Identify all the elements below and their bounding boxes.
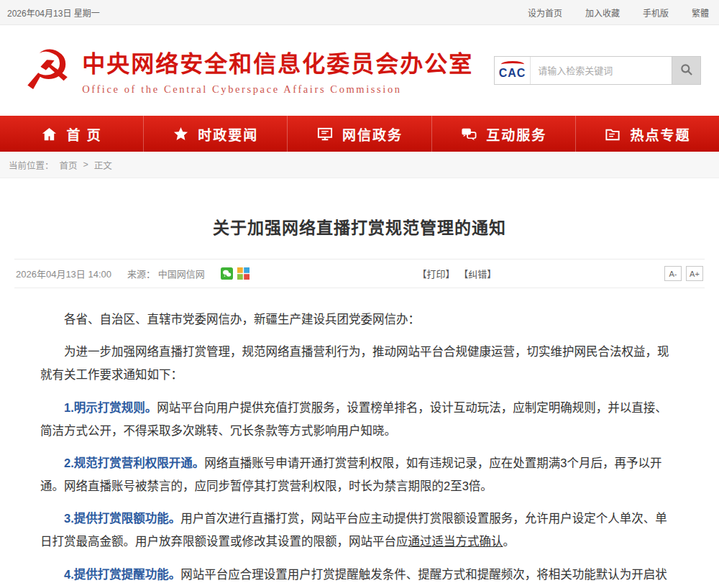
publish-datetime: 2026年04月13日 14:00 — [16, 267, 111, 280]
topbar-link-1[interactable]: 设为首页 — [528, 6, 562, 19]
magnifier-icon — [679, 63, 694, 79]
search-box: CAC — [494, 56, 701, 85]
cac-logo: CAC — [495, 57, 531, 84]
article-meta-row: 2026年04月13日 14:00 来源： 中国网信网 【打印】 【纠错】 A-… — [14, 259, 705, 288]
share-icons — [221, 267, 249, 280]
breadcrumb-label: 当前位置： — [9, 158, 54, 172]
text-segment-lead: 4.提供打赏提醒功能。 — [64, 568, 180, 581]
cac-logo-text: CAC — [499, 67, 526, 80]
font-size-controls: A- A+ — [664, 266, 703, 281]
text-segment-normal: 各省、自治区、直辖市党委网信办，新疆生产建设兵团党委网信办： — [64, 313, 420, 326]
nav-item-label: 时政要闻 — [198, 124, 258, 144]
article-meta-left: 2026年04月13日 14:00 来源： 中国网信网 — [16, 267, 249, 280]
topbar-links: 设为首页加入收藏手机版繁體 — [528, 6, 712, 19]
article-container: 关于加强网络直播打赏规范管理的通知 2026年04月13日 14:00 来源： … — [0, 178, 719, 588]
article-meta-actions: 【打印】 【纠错】 — [249, 267, 664, 280]
site-subtitle: Office of the Central Cyberspace Affairs… — [82, 83, 473, 96]
topbar-link-4[interactable]: 繁體 — [692, 6, 709, 19]
site-title-block: 中央网络安全和信息化委员会办公室 Office of the Central C… — [82, 45, 473, 96]
article-paragraph-6: 4.提供打赏提醒功能。网站平台应合理设置用户打赏提醒触发条件、提醒方式和提醒频次… — [40, 563, 679, 588]
nav-item-label: 网信政务 — [342, 124, 403, 144]
article-paragraph-5: 3.提供打赏限额功能。用户首次进行直播打赏，网站平台应主动提供打赏限额设置服务，… — [40, 507, 679, 553]
text-segment-lead: 1.明示打赏规则。 — [64, 401, 157, 414]
search-button[interactable] — [672, 57, 700, 84]
nav-item-label: 互动服务 — [486, 124, 546, 144]
source-label: 来源： — [127, 269, 155, 280]
text-segment-normal: 。 — [503, 535, 516, 548]
article-title: 关于加强网络直播打赏规范管理的通知 — [14, 214, 705, 239]
article-paragraph-1: 各省、自治区、直辖市党委网信办，新疆生产建设兵团党委网信办： — [40, 308, 679, 331]
wechat-share-icon[interactable] — [221, 267, 233, 280]
breadcrumb-current: 正文 — [94, 158, 112, 172]
article-paragraph-2: 为进一步加强网络直播打赏管理，规范网络直播营利行为，推动网站平台合规健康运营，切… — [40, 340, 679, 386]
topbar-link-3[interactable]: 手机版 — [643, 6, 669, 19]
article-paragraph-4: 2.规范打赏营利权限开通。网络直播账号申请开通打赏营利权限，如有违规记录，应在处… — [40, 451, 679, 497]
font-increase-button[interactable]: A+ — [686, 266, 703, 281]
topbar-link-2[interactable]: 加入收藏 — [585, 6, 620, 19]
breadcrumb-home-link[interactable]: 首页 — [60, 158, 78, 172]
nav-item-topics[interactable]: 热点专题 — [576, 116, 719, 152]
nav-item-news[interactable]: 时政要闻 — [144, 116, 288, 152]
star-icon — [173, 126, 189, 142]
nav-item-gov[interactable]: 网信政务 — [288, 116, 431, 152]
correct-button[interactable]: 【纠错】 — [459, 269, 496, 280]
nav-item-service[interactable]: 互动服务 — [432, 116, 576, 152]
folder-icon — [604, 126, 621, 142]
nav-item-label: 首 页 — [66, 124, 101, 144]
chat-icon — [460, 126, 477, 142]
font-decrease-button[interactable]: A- — [664, 266, 682, 281]
text-segment-lead: 3.提供打赏限额功能。 — [64, 512, 180, 525]
article-body: 各省、自治区、直辖市党委网信办，新疆生产建设兵团党委网信办：为进一步加强网络直播… — [14, 288, 705, 588]
article-source: 来源： 中国网信网 — [127, 267, 205, 280]
text-segment-underline: 通过适当方式确认 — [408, 535, 503, 548]
nav-item-home[interactable]: 首 页 — [0, 116, 144, 152]
site-title: 中央网络安全和信息化委员会办公室 — [82, 45, 473, 78]
current-date: 2026年04月13日 星期一 — [7, 6, 100, 19]
text-segment-normal: 为进一步加强网络直播打赏管理，规范网络直播营利行为，推动网站平台合规健康运营，切… — [40, 345, 669, 381]
source-name: 中国网信网 — [158, 269, 205, 280]
article-paragraph-3: 1.明示打赏规则。网站平台向用户提供充值打赏服务，设置榜单排名，设计互动玩法，应… — [40, 396, 679, 442]
more-share-icon[interactable] — [237, 267, 249, 280]
home-icon — [41, 126, 58, 142]
breadcrumb-separator: > — [83, 160, 88, 170]
site-header: ☭ 中央网络安全和信息化委员会办公室 Office of the Central… — [0, 25, 719, 116]
search-input[interactable] — [531, 57, 672, 84]
main-nav: 首 页时政要闻网信政务互动服务热点专题 — [0, 116, 719, 152]
top-utility-bar: 2026年04月13日 星期一 设为首页加入收藏手机版繁體 — [0, 0, 719, 25]
nav-item-label: 热点专题 — [630, 124, 690, 144]
monitor-icon — [316, 126, 334, 142]
print-button[interactable]: 【打印】 — [417, 269, 454, 280]
breadcrumb: 当前位置： 首页 > 正文 — [0, 152, 719, 178]
text-segment-lead: 2.规范打赏营利权限开通。 — [64, 456, 204, 469]
party-emblem-icon: ☭ — [23, 43, 72, 98]
